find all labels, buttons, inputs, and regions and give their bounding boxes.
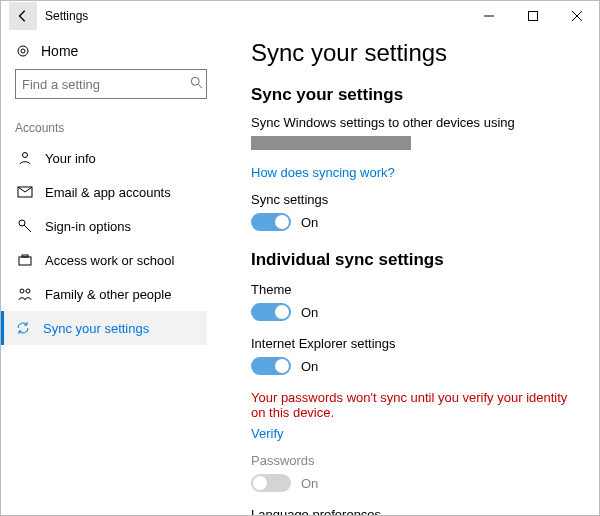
- toggle-state: On: [301, 305, 318, 320]
- search-icon: [190, 76, 204, 93]
- people-icon: [17, 286, 33, 302]
- sidebar-item-signin[interactable]: Sign-in options: [15, 209, 207, 243]
- svg-rect-1: [529, 12, 538, 21]
- window-title: Settings: [45, 9, 467, 23]
- svg-point-5: [21, 49, 25, 53]
- verify-link[interactable]: Verify: [251, 426, 284, 441]
- content-area: Sync your settings Sync your settings Sy…: [221, 31, 599, 516]
- mail-icon: [17, 184, 33, 200]
- sidebar: Home Accounts Your info Email & app acco…: [1, 31, 221, 516]
- close-button[interactable]: [555, 1, 599, 31]
- theme-toggle[interactable]: On: [251, 303, 318, 321]
- gear-icon: [15, 43, 31, 59]
- ie-label: Internet Explorer settings: [251, 336, 579, 351]
- sidebar-item-sync[interactable]: Sync your settings: [1, 311, 207, 345]
- maximize-button[interactable]: [511, 1, 555, 31]
- briefcase-icon: [17, 252, 33, 268]
- passwords-label: Passwords: [251, 453, 579, 468]
- section-header-sync: Sync your settings: [251, 85, 579, 105]
- sync-icon: [15, 320, 31, 336]
- sync-settings-label: Sync settings: [251, 192, 579, 207]
- how-syncing-link[interactable]: How does syncing work?: [251, 165, 395, 180]
- redacted-account: .: [251, 136, 411, 150]
- key-icon: [17, 218, 33, 234]
- toggle-state: On: [301, 215, 318, 230]
- person-icon: [17, 150, 33, 166]
- ie-toggle[interactable]: On: [251, 357, 318, 375]
- minimize-button[interactable]: [467, 1, 511, 31]
- passwords-toggle: On: [251, 474, 318, 492]
- svg-point-15: [26, 289, 30, 293]
- sync-settings-toggle[interactable]: On: [251, 213, 318, 231]
- sidebar-item-work[interactable]: Access work or school: [15, 243, 207, 277]
- home-label: Home: [41, 43, 78, 59]
- sidebar-section: Accounts: [15, 117, 207, 141]
- sidebar-item-label: Email & app accounts: [45, 185, 171, 200]
- sidebar-item-your-info[interactable]: Your info: [15, 141, 207, 175]
- svg-point-4: [18, 46, 28, 56]
- sidebar-item-label: Family & other people: [45, 287, 171, 302]
- svg-line-11: [24, 225, 31, 232]
- svg-rect-12: [19, 257, 31, 265]
- sidebar-item-family[interactable]: Family & other people: [15, 277, 207, 311]
- sidebar-item-label: Sync your settings: [43, 321, 149, 336]
- sync-description: Sync Windows settings to other devices u…: [251, 115, 579, 130]
- section-header-individual: Individual sync settings: [251, 250, 579, 270]
- home-link[interactable]: Home: [15, 37, 207, 69]
- toggle-state: On: [301, 359, 318, 374]
- sidebar-item-label: Your info: [45, 151, 96, 166]
- svg-line-7: [199, 84, 203, 88]
- svg-rect-13: [22, 255, 28, 257]
- search-box[interactable]: [15, 69, 207, 99]
- page-title: Sync your settings: [251, 39, 579, 67]
- svg-point-14: [20, 289, 24, 293]
- sidebar-item-email[interactable]: Email & app accounts: [15, 175, 207, 209]
- back-button[interactable]: [9, 2, 37, 30]
- svg-point-6: [191, 77, 199, 85]
- sidebar-item-label: Sign-in options: [45, 219, 131, 234]
- theme-label: Theme: [251, 282, 579, 297]
- sidebar-item-label: Access work or school: [45, 253, 174, 268]
- password-warning: Your passwords won't sync until you veri…: [251, 390, 571, 420]
- search-input[interactable]: [22, 77, 190, 92]
- lang-label: Language preferences: [251, 507, 579, 516]
- toggle-state: On: [301, 476, 318, 491]
- svg-point-8: [23, 153, 28, 158]
